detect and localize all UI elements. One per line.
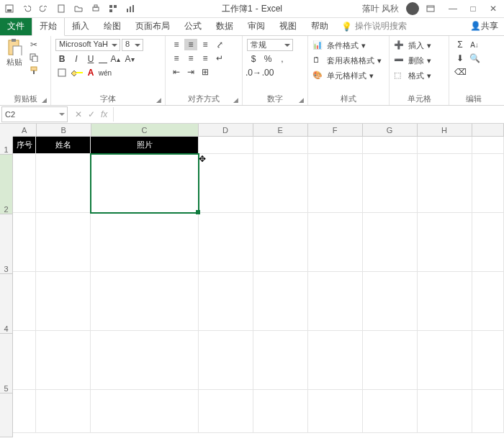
tab-layout[interactable]: 页面布局 <box>128 17 177 35</box>
cells-area[interactable]: 序号姓名照片 <box>13 137 504 433</box>
shrink-font-button[interactable]: A▾ <box>123 53 136 65</box>
redo-icon[interactable] <box>39 4 49 14</box>
tab-file[interactable]: 文件 <box>0 17 32 35</box>
cell[interactable] <box>253 390 308 433</box>
fill-color-button[interactable] <box>70 67 83 78</box>
cell[interactable] <box>418 390 472 433</box>
align-right-icon[interactable]: ≡ <box>199 53 212 64</box>
cell[interactable] <box>13 331 36 390</box>
tab-view[interactable]: 视图 <box>272 17 304 35</box>
cell[interactable] <box>253 213 308 272</box>
cell[interactable] <box>363 331 418 390</box>
col-header-F[interactable]: F <box>308 124 363 137</box>
cut-icon[interactable]: ✂ <box>27 39 40 50</box>
col-header-E[interactable]: E <box>253 124 308 137</box>
cell[interactable] <box>36 331 91 390</box>
clear-icon[interactable]: ⌫ <box>454 66 467 78</box>
new-icon[interactable] <box>56 4 66 14</box>
col-header-D[interactable]: D <box>199 124 253 137</box>
cell[interactable] <box>308 213 363 272</box>
cell[interactable] <box>308 154 363 213</box>
tab-home[interactable]: 开始 <box>32 17 65 36</box>
row-header-5[interactable]: 5 <box>0 334 13 393</box>
tab-draw[interactable]: 绘图 <box>96 17 128 35</box>
cell[interactable] <box>91 331 199 390</box>
cell[interactable] <box>91 154 199 213</box>
row-header-4[interactable]: 4 <box>0 274 13 334</box>
tab-insert[interactable]: 插入 <box>65 17 96 35</box>
cell[interactable] <box>199 272 253 331</box>
find-icon[interactable]: 🔍 <box>468 53 481 64</box>
cell[interactable] <box>36 154 91 213</box>
cell[interactable] <box>363 213 418 272</box>
cell[interactable] <box>308 137 363 154</box>
tab-help[interactable]: 帮助 <box>304 17 336 35</box>
cell[interactable] <box>253 154 308 213</box>
cell[interactable] <box>418 213 472 272</box>
align-center-icon[interactable]: ≡ <box>184 53 197 64</box>
chart-icon[interactable] <box>125 4 135 14</box>
cell[interactable] <box>472 137 504 154</box>
cell[interactable] <box>308 390 363 433</box>
col-header-[interactable] <box>472 124 504 137</box>
wrap-text-icon[interactable]: ↵ <box>213 53 226 64</box>
cell[interactable] <box>253 137 308 154</box>
col-header-G[interactable]: G <box>363 124 418 137</box>
cell[interactable] <box>472 154 504 213</box>
row-header-[interactable] <box>0 393 13 437</box>
cell[interactable] <box>363 272 418 331</box>
bold-button[interactable]: B <box>55 53 68 65</box>
dialog-launcher-icon[interactable]: ◢ <box>156 96 163 104</box>
cell[interactable] <box>199 331 253 390</box>
cell[interactable] <box>13 272 36 331</box>
border-button[interactable] <box>99 55 107 63</box>
grow-font-button[interactable]: A▴ <box>109 53 122 65</box>
decrease-decimal-icon[interactable]: .00 <box>261 67 274 78</box>
align-bottom-icon[interactable]: ≡ <box>199 39 212 50</box>
quickprint-icon[interactable] <box>91 4 101 14</box>
share-button[interactable]: 👤共享 <box>464 17 504 35</box>
cell[interactable] <box>36 390 91 433</box>
cell[interactable] <box>472 390 504 433</box>
insert-cells-button[interactable]: ➕插入 ▾ <box>394 39 444 52</box>
row-headers[interactable]: 12345 <box>0 137 13 437</box>
col-header-A[interactable]: A <box>13 124 37 137</box>
cell[interactable]: 姓名 <box>36 137 91 154</box>
fx-icon[interactable]: fx <box>101 109 107 119</box>
delete-cells-button[interactable]: ➖删除 ▾ <box>394 54 444 67</box>
cell[interactable] <box>363 154 418 213</box>
merge-icon[interactable]: ⊞ <box>199 66 212 78</box>
cell[interactable] <box>253 331 308 390</box>
col-header-B[interactable]: B <box>37 124 91 137</box>
format-cells-button[interactable]: ⬚格式 ▾ <box>394 69 444 82</box>
row-header-3[interactable]: 3 <box>0 214 13 274</box>
cell[interactable] <box>13 213 36 272</box>
cell[interactable] <box>472 331 504 390</box>
maximize-icon[interactable]: □ <box>467 4 480 14</box>
enter-formula-icon[interactable]: ✓ <box>88 109 95 119</box>
fill-icon[interactable]: ⬇ <box>454 53 467 64</box>
percent-icon[interactable]: % <box>261 53 274 65</box>
cell[interactable] <box>418 331 472 390</box>
worksheet-grid[interactable]: ABCDEFGH 12345 序号姓名照片 ✥ <box>0 124 504 446</box>
conditional-format-button[interactable]: 📊条件格式 ▾ <box>312 39 384 52</box>
align-top-icon[interactable]: ≡ <box>170 39 183 50</box>
cell[interactable] <box>253 272 308 331</box>
dialog-launcher-icon[interactable]: ◢ <box>299 96 306 104</box>
cancel-formula-icon[interactable]: ✕ <box>75 109 82 119</box>
cell[interactable] <box>36 272 91 331</box>
font-name-combo[interactable]: Microsoft YaH <box>55 39 120 51</box>
cell[interactable] <box>13 390 36 433</box>
cell[interactable] <box>91 272 199 331</box>
cell[interactable] <box>199 137 253 154</box>
col-header-C[interactable]: C <box>91 124 199 137</box>
cell[interactable] <box>418 137 472 154</box>
cell[interactable] <box>363 390 418 433</box>
tab-review[interactable]: 审阅 <box>240 17 272 35</box>
save-icon[interactable] <box>4 4 14 14</box>
number-format-combo[interactable]: 常规 <box>247 39 293 51</box>
column-headers[interactable]: ABCDEFGH <box>13 124 504 137</box>
cell[interactable]: 照片 <box>91 137 199 154</box>
cell[interactable] <box>199 154 253 213</box>
cell[interactable] <box>199 213 253 272</box>
